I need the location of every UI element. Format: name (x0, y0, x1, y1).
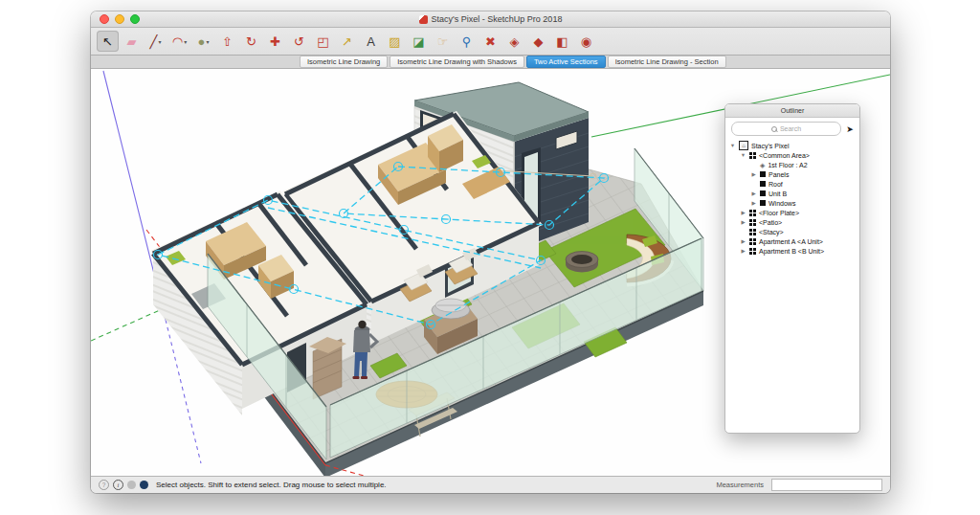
scene-tab-1[interactable]: Isometric Line Drawing (300, 56, 388, 68)
info-icon[interactable]: i (113, 480, 123, 490)
document-icon (419, 15, 428, 24)
section-plane-icon: ◪ (412, 35, 424, 48)
disclosure-closed-icon[interactable]: ▶ (740, 210, 746, 215)
disclosure-closed-icon[interactable]: ▶ (740, 238, 746, 244)
outliner-item-label: <Common Area> (759, 152, 810, 159)
text-tool[interactable]: A (360, 31, 382, 52)
disclosure-open-icon[interactable]: ▼ (729, 143, 736, 148)
status-bar: ?iSelect objects. Shift to extend select… (91, 476, 890, 493)
arcs-icon: ◠ (172, 35, 183, 48)
toolbar: ↖▰╱▾◠▾●▾⇧↻✚↺◰↗A▨◪☞⚲✖◈◆◧◉ (91, 28, 890, 56)
group-icon (760, 181, 766, 187)
shapes-dropdown-icon[interactable]: ▾ (206, 38, 209, 45)
zoom-tool[interactable]: ⚲ (456, 31, 478, 52)
window-title: Stacy's Pixel - SketchUp Pro 2018 (432, 14, 563, 24)
push-pull-icon: ⇧ (222, 35, 233, 48)
outliner-item[interactable]: <Stacy> (725, 227, 859, 236)
tape-measure-icon: ↗ (342, 35, 352, 48)
outliner-filter-button[interactable]: ➤ (844, 123, 856, 135)
shapes-tool[interactable]: ●▾ (192, 31, 214, 52)
send-to-layout-tool[interactable]: ◧ (551, 31, 573, 52)
close-button[interactable] (100, 14, 109, 24)
outliner-item[interactable]: ▼⌂Stacy's Pixel (725, 141, 859, 150)
scene-tabs-bar: Isometric Line DrawingIsometric Line Dra… (91, 56, 890, 69)
measurements-input[interactable] (771, 479, 882, 491)
outliner-title[interactable]: Outliner (725, 104, 859, 118)
scene-tab-2[interactable]: Isometric Line Drawing with Shadows (390, 56, 524, 68)
pan-tool[interactable]: ☞ (432, 31, 454, 52)
outliner-item[interactable]: ▶Unit B (725, 189, 859, 198)
push-pull-tool[interactable]: ⇧ (216, 31, 238, 52)
component-icon (749, 210, 752, 213)
fire-pit[interactable] (566, 252, 598, 273)
model-credit-icon[interactable] (140, 481, 148, 489)
scale-tool[interactable]: ◰ (312, 31, 334, 52)
group-icon (760, 190, 766, 196)
outliner-item[interactable]: ▶<Patio> (725, 217, 859, 227)
outliner-item[interactable]: ◈1st Floor : A2 (725, 160, 859, 169)
group-icon (760, 171, 766, 177)
outliner-item[interactable]: Roof (725, 179, 859, 189)
pan-icon: ☞ (437, 35, 449, 48)
screen: Stacy's Pixel - SketchUp Pro 2018 ↖▰╱▾◠▾… (0, 0, 980, 515)
outliner-item[interactable]: ▶Panels (725, 169, 859, 179)
outliner-item[interactable]: ▶Apartment B <B Unit> (725, 246, 859, 256)
zoom-button[interactable] (130, 14, 140, 24)
viewport[interactable]: Outliner Search ➤ ▼⌂Stacy's Pixel▼<Commo… (91, 69, 890, 476)
outliner-item[interactable]: ▶Apartment A <A Unit> (725, 236, 859, 246)
rotate-tool[interactable]: ↺ (288, 31, 310, 52)
select-tool[interactable]: ↖ (97, 31, 119, 52)
disclosure-closed-icon[interactable]: ▶ (750, 190, 757, 196)
tape-measure-tool[interactable]: ↗ (336, 31, 358, 52)
move-tool[interactable]: ✚ (264, 31, 286, 52)
disclosure-closed-icon[interactable]: ▶ (750, 171, 757, 177)
follow-me-icon: ↻ (246, 35, 256, 48)
select-icon: ↖ (102, 35, 113, 48)
zoom-icon: ⚲ (462, 35, 472, 48)
disclosure-closed-icon[interactable]: ▶ (740, 248, 746, 254)
outliner-item[interactable]: ▼<Common Area> (725, 150, 859, 160)
line-dropdown-icon[interactable]: ▾ (158, 38, 161, 45)
disclosure-closed-icon[interactable]: ▶ (740, 219, 746, 225)
outliner-item-label: Stacy's Pixel (751, 143, 789, 149)
move-icon: ✚ (270, 35, 280, 48)
component-icon (749, 248, 752, 251)
add-location-tool[interactable]: ◉ (575, 31, 597, 52)
paint-bucket-tool[interactable]: ▨ (384, 31, 406, 52)
outliner-search-input[interactable]: Search (731, 122, 841, 136)
search-placeholder: Search (780, 125, 801, 132)
arcs-dropdown-icon[interactable]: ▾ (184, 38, 187, 45)
zoom-extents-icon: ✖ (485, 35, 496, 48)
arcs-tool[interactable]: ◠▾ (168, 31, 190, 52)
minimize-button[interactable] (115, 14, 124, 24)
outliner-item[interactable]: ▶Windows (725, 198, 859, 208)
3d-warehouse-tool[interactable]: ◈ (503, 31, 525, 52)
outliner-item-label: Panels (768, 171, 789, 178)
title-bar[interactable]: Stacy's Pixel - SketchUp Pro 2018 (91, 11, 890, 28)
group-icon (760, 200, 766, 206)
scale-icon: ◰ (317, 35, 328, 48)
outliner-item-label: <Patio> (759, 219, 782, 226)
eraser-icon: ▰ (127, 35, 137, 48)
section-plane-tool[interactable]: ◪ (408, 31, 430, 52)
outliner-panel[interactable]: Outliner Search ➤ ▼⌂Stacy's Pixel▼<Commo… (724, 103, 860, 434)
user-icon[interactable] (127, 481, 136, 489)
disclosure-closed-icon[interactable]: ▶ (750, 200, 757, 206)
follow-me-tool[interactable]: ↻ (240, 31, 262, 52)
outliner-item-label: <Floor Plate> (759, 210, 799, 216)
eraser-tool[interactable]: ▰ (121, 31, 143, 52)
sketchup-window: Stacy's Pixel - SketchUp Pro 2018 ↖▰╱▾◠▾… (91, 11, 890, 493)
zoom-extents-tool[interactable]: ✖ (479, 31, 501, 52)
disclosure-open-icon[interactable]: ▼ (740, 152, 746, 158)
line-icon: ╱ (150, 35, 158, 48)
extension-warehouse-tool[interactable]: ◆ (527, 31, 549, 52)
line-tool[interactable]: ╱▾ (145, 31, 167, 52)
model-icon: ⌂ (739, 141, 748, 150)
help-icon[interactable]: ? (99, 480, 109, 490)
outliner-item-label: Apartment B <B Unit> (759, 248, 824, 255)
scene-tab-4[interactable]: Isometric Line Drawing - Section (608, 56, 726, 68)
component-icon (749, 152, 752, 155)
outliner-item[interactable]: ▶<Floor Plate> (725, 208, 859, 217)
component-icon (749, 238, 752, 241)
scene-tab-3[interactable]: Two Active Sections (526, 56, 606, 68)
